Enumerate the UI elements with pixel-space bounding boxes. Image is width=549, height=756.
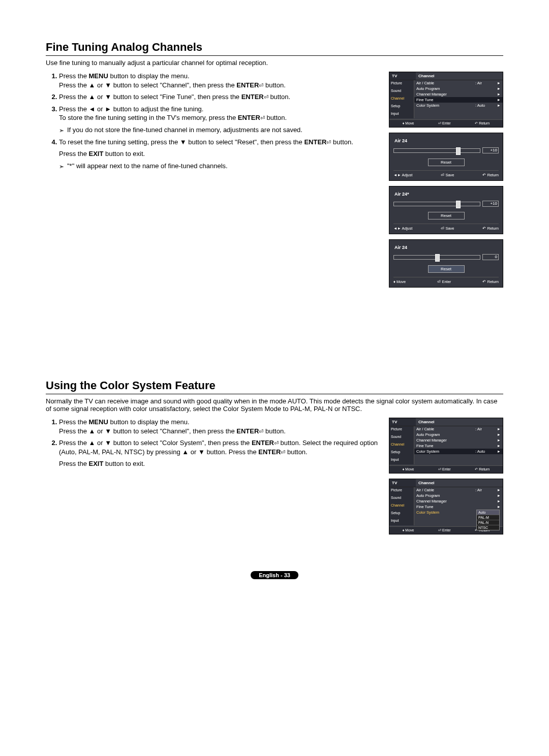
reset-button[interactable]: Reset <box>428 159 465 166</box>
note-arrow-icon: ➣ <box>59 127 64 135</box>
note-arrow-icon: ➣ <box>59 163 64 171</box>
menu-row: Color System: Auto► <box>414 103 503 108</box>
enter-icon: ⏎ <box>260 114 265 122</box>
color-system-dropdown[interactable]: Auto PAL-M PAL-N NTSC <box>476 510 500 530</box>
finetune-value: 0 <box>482 254 499 260</box>
channel-label: Air 24* <box>394 192 499 197</box>
sidebar-item: Input <box>389 111 414 118</box>
menu-row: Air / Cable: Air► <box>414 80 503 86</box>
chevron-right-icon: ► <box>496 92 501 97</box>
finetune-slider[interactable] <box>393 202 480 206</box>
finetune-panel: Air 24 0 Reset ♦ Move ⏎ Enter ↶ Return <box>389 239 503 288</box>
section2-heading: Using the Color System Feature <box>46 379 503 394</box>
tv-menu-panel: TV Channel Picture Sound Channel Setup I… <box>389 418 503 474</box>
exit-instruction: Press the EXIT button to exit. <box>59 149 379 159</box>
enter-icon: ⏎ <box>264 93 268 101</box>
sidebar-item: Picture <box>389 80 414 88</box>
section1-intro: Use fine tuning to manually adjust a par… <box>46 59 503 67</box>
menu-row: Auto Program► <box>414 86 503 91</box>
note-2: ➣ "*" will appear next to the name of fi… <box>59 162 379 171</box>
note-1: ➣ If you do not store the fine-tuned cha… <box>59 125 379 135</box>
finetune-value: +10 <box>482 201 499 207</box>
finetune-panel: Air 24 +10 Reset ◄► Adjust ⏎ Save ↶ Retu… <box>389 133 503 181</box>
menu-row-selected: Fine Tune► <box>414 97 503 103</box>
dropdown-option[interactable]: NTSC <box>477 525 499 530</box>
sidebar-item: Channel <box>389 96 414 103</box>
step-2: Press the ▲ or ▼ button to select "Fine … <box>59 92 379 102</box>
return-hint: ↶ Return <box>475 121 490 125</box>
sidebar-item: Setup <box>389 103 414 111</box>
enter-icon: ⏎ <box>274 439 279 447</box>
step-4: To reset the fine tuning setting, press … <box>59 138 379 147</box>
reset-button[interactable]: Reset <box>428 265 465 273</box>
dropdown-option[interactable]: Auto <box>477 510 499 515</box>
exit-instruction: Press the EXIT button to exit. <box>59 459 379 468</box>
step-1: Press the MENU button to display the men… <box>59 72 379 89</box>
move-hint: ♦ Move <box>403 121 414 125</box>
reset-button[interactable]: Reset <box>428 212 465 219</box>
section1-heading: Fine Tuning Analog Channels <box>46 41 503 56</box>
enter-icon: ⏎ <box>281 449 285 456</box>
step-3: Press the ◄ or ► button to adjust the fi… <box>59 105 379 122</box>
dropdown-option[interactable]: PAL-M <box>477 515 499 520</box>
finetune-value: +10 <box>482 147 499 153</box>
tv-menu-panel: TV Channel Picture Sound Channel Setup I… <box>389 72 503 128</box>
finetune-slider[interactable] <box>393 148 480 153</box>
sidebar-item: Sound <box>389 88 414 96</box>
chevron-right-icon: ► <box>496 86 501 91</box>
step-1: Press the MENU button to display the men… <box>59 418 379 435</box>
page-number: English - 33 <box>251 571 298 579</box>
enter-hint: ⏎ Enter <box>438 121 451 125</box>
chevron-right-icon: ► <box>496 81 501 85</box>
channel-label: Air 24 <box>394 138 499 143</box>
dropdown-option[interactable]: PAL-N <box>477 520 499 525</box>
tv-menu-panel-dropdown: TV Channel Picture Sound Channel Setup I… <box>389 479 503 534</box>
chevron-right-icon: ► <box>496 98 501 102</box>
step-2: Press the ▲ or ▼ button to select "Color… <box>59 438 379 456</box>
chevron-right-icon: ► <box>496 103 501 108</box>
menu-row: Channel Manager► <box>414 91 503 97</box>
finetune-slider[interactable] <box>393 255 480 260</box>
section2-intro: Normally the TV can receive image and so… <box>46 397 503 413</box>
page-footer: English - 33 <box>46 570 503 579</box>
menu-row-selected: Color System: Auto► <box>414 449 503 454</box>
channel-label: Air 24 <box>394 245 499 250</box>
finetune-panel: Air 24* +10 Reset ◄► Adjust ⏎ Save ↶ Ret… <box>389 186 503 234</box>
